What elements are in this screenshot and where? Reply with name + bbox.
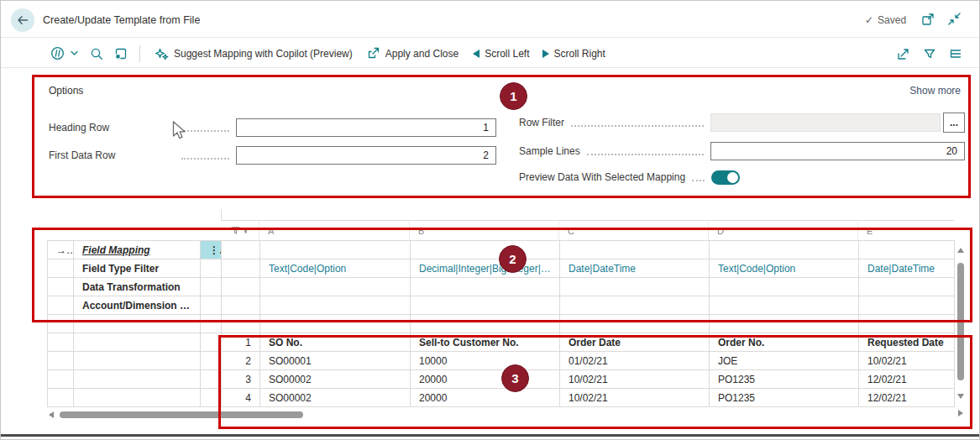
share-button[interactable] [896,46,911,61]
dot-leader [181,152,229,160]
column-header-b: B [410,221,559,240]
preview-header-sell-to: Sell-to Customer No. [411,333,560,352]
column-header-d: D [709,221,858,240]
row-filter-input[interactable] [710,113,941,132]
scroll-left-arrow[interactable] [49,411,54,418]
suggest-mapping-label: Suggest Mapping with Copilot (Preview) [174,48,353,60]
empty-label-cell [74,333,201,352]
search-button[interactable] [89,46,104,61]
scroll-down-arrow[interactable] [957,394,964,399]
preview-cell: PO1235 [710,370,859,389]
row-marker-cell [48,278,74,296]
row-number-cell [222,315,260,333]
menu-cell [201,296,222,315]
horizontal-scroll-thumb[interactable] [60,411,303,418]
account-dimension-cell-d[interactable] [710,296,859,315]
field-mapping-cell-c[interactable] [560,241,710,259]
back-button[interactable] [11,8,34,32]
preview-cell: 20000 [411,370,560,389]
sample-lines-field: Sample Lines [519,141,965,161]
scroll-right-arrow[interactable] [958,410,963,416]
toolbar-right-icons [896,46,963,61]
preview-mapping-label: Preview Data With Selected Mapping [519,171,685,183]
page-actions-button[interactable] [50,45,78,61]
account-dimension-mapping-label[interactable]: Account/Dimension Mapping [74,296,201,315]
sample-lines-input[interactable] [710,142,965,160]
field-type-filter-cell-e[interactable]: Date|DateTime [859,259,955,278]
field-mapping-cell-d[interactable] [710,241,859,259]
save-status: ✓ Saved [865,14,906,26]
apply-icon [366,46,380,60]
account-dimension-cell-c[interactable] [560,296,710,315]
row-filter-assist-button[interactable]: ... [943,113,965,133]
row-filter-label: Row Filter [519,117,564,128]
suggest-mapping-copilot-button[interactable]: Suggest Mapping with Copilot (Preview) [154,46,353,61]
empty-cell [710,315,859,333]
scroll-up-arrow[interactable] [957,248,964,253]
collapse-page-button[interactable] [947,12,962,26]
field-type-filter-cell-c[interactable]: Date|DateTime [560,259,710,278]
first-data-row-field: First Data Row [49,145,496,165]
menu-cell [201,333,222,352]
column-header-e: E [858,221,954,240]
heading-row-label: Heading Row [49,122,175,134]
data-transformation-cell-c[interactable] [560,278,710,296]
apply-and-close-button[interactable]: Apply and Close [366,46,459,60]
page-options-button[interactable] [948,46,963,61]
field-mapping-link[interactable]: Field Mapping [74,241,201,259]
field-mapping-cell-a[interactable] [260,241,411,259]
action-bar: Suggest Mapping with Copilot (Preview) A… [50,39,605,67]
row-filter-field: Row Filter ... [519,113,965,133]
toolbar-divider [1,67,980,68]
filter-button[interactable] [922,46,937,61]
field-type-filter-cell-b[interactable]: Decimal|Integer|BigInteger|Option [411,259,560,278]
account-dimension-cell-e[interactable] [859,296,955,315]
menu-cell [201,278,222,296]
dot-leader [181,124,229,132]
mapping-grid: → Field Mapping ⋮ Field Type Filter Text… [47,240,955,407]
preview-cell: 10/02/21 [560,370,710,389]
preview-cell: 10000 [411,352,560,370]
preview-cell: SO00002 [260,389,411,407]
field-mapping-menu-button[interactable]: ⋮ [201,241,222,259]
annotation-badge-1: 1 [500,82,527,110]
field-type-filter-label[interactable]: Field Type Filter [74,259,201,278]
ellipsis-v-icon: ⋮ [209,244,222,256]
scroll-right-button[interactable]: Scroll Right [542,48,605,60]
vertical-scrollbar[interactable] [955,244,967,406]
minimize-icon [947,12,962,26]
field-type-filter-cell-a[interactable]: Text|Code|Option [260,259,411,278]
heading-row-input[interactable] [236,118,496,137]
field-mapping-cell-b[interactable] [411,241,560,259]
menu-lines-icon [948,46,963,61]
field-type-filter-cell-d[interactable]: Text|Code|Option [710,259,859,278]
account-dimension-cell-a[interactable] [260,296,411,315]
account-dimension-cell-b[interactable] [411,296,560,315]
filter-indicator-cell [221,221,259,240]
open-in-new-window-button[interactable] [920,12,935,27]
vertical-scroll-thumb[interactable] [957,263,964,380]
preview-mapping-toggle[interactable] [711,170,740,185]
scroll-left-button[interactable]: Scroll Left [473,48,529,60]
menu-cell [201,389,222,407]
field-mapping-cell-e[interactable] [859,241,955,259]
show-more-link[interactable]: Show more [909,85,961,97]
data-transformation-label[interactable]: Data Transformation [74,278,201,296]
data-transformation-cell-e[interactable] [859,278,955,296]
preview-header-row: 1 SO No. Sell-to Customer No. Order Date… [48,333,955,352]
preview-row-number: 4 [222,389,260,407]
row-marker-cell [48,370,74,389]
data-transformation-cell-b[interactable] [411,278,560,296]
toolbar-separator [139,45,140,62]
heading-row-field: Heading Row [49,118,496,138]
data-transformation-cell-a[interactable] [260,278,411,296]
data-transformation-cell-d[interactable] [710,278,859,296]
account-dimension-mapping-row: Account/Dimension Mapping [48,296,955,315]
preview-header-requested-date: Requested Date [859,333,955,352]
empty-cell [411,315,560,333]
design-mode-button[interactable] [113,46,128,61]
first-data-row-input[interactable] [236,146,496,165]
triangle-left-icon [473,50,480,58]
empty-cell [260,315,411,333]
dot-leader [571,119,704,127]
